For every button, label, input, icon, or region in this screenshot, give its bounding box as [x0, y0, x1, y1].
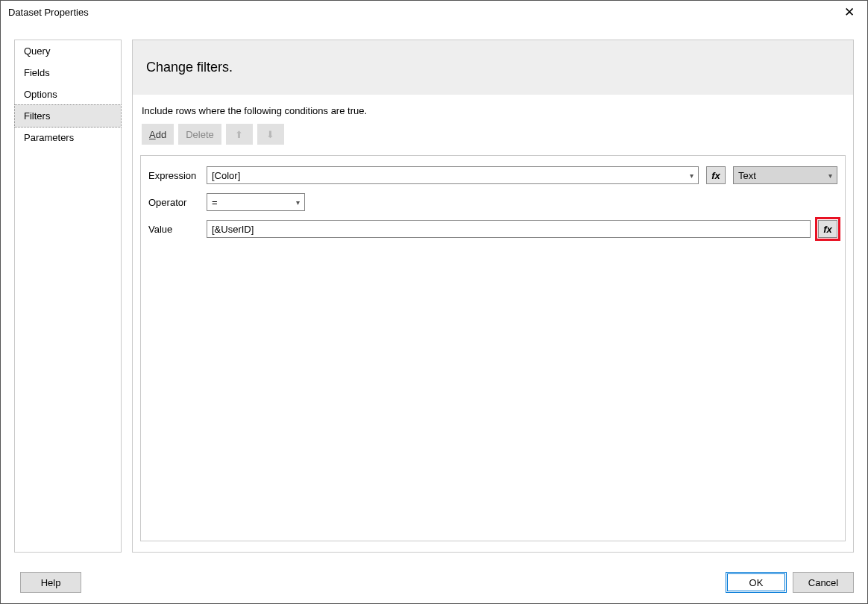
chevron-down-icon: ▾: [296, 198, 300, 207]
expression-value: [Color]: [212, 170, 240, 181]
value-text: [&UserID]: [212, 224, 254, 235]
expression-row: Expression [Color] ▾ fx Text ▾: [148, 166, 837, 184]
arrow-down-icon: ⬇: [266, 129, 274, 140]
operator-row: Operator = ▾: [148, 193, 837, 211]
operator-value: =: [212, 197, 218, 208]
main-area: Change filters. Include rows where the f…: [132, 40, 854, 553]
expression-fx-button[interactable]: fx: [706, 166, 726, 184]
sidebar-item-parameters[interactable]: Parameters: [15, 127, 121, 148]
operator-combo[interactable]: = ▾: [207, 193, 305, 211]
arrow-up-icon: ⬆: [235, 129, 243, 140]
operator-label: Operator: [148, 197, 199, 208]
toolbar: Add Delete ⬆ ⬇: [140, 124, 846, 145]
dialog-body: Query Fields Options Filters Parameters …: [1, 25, 867, 559]
sidebar-item-label: Fields: [24, 67, 50, 78]
instruction-text: Include rows where the following conditi…: [140, 105, 846, 124]
sidebar-item-fields[interactable]: Fields: [15, 62, 121, 84]
add-button[interactable]: Add: [142, 124, 174, 145]
sidebar-item-filters[interactable]: Filters: [14, 104, 122, 128]
expression-combo[interactable]: [Color] ▾: [207, 166, 699, 184]
titlebar: Dataset Properties ✕: [1, 1, 867, 25]
fx-icon: fx: [823, 224, 832, 235]
sidebar-item-query[interactable]: Query: [15, 40, 121, 62]
type-combo[interactable]: Text ▾: [733, 166, 837, 184]
expression-label: Expression: [148, 170, 199, 181]
sidebar: Query Fields Options Filters Parameters: [14, 40, 122, 553]
value-input[interactable]: [&UserID]: [207, 220, 811, 238]
fx-icon: fx: [711, 170, 720, 181]
chevron-down-icon: ▾: [690, 172, 694, 180]
filter-panel: Expression [Color] ▾ fx Text ▾ Operator …: [140, 155, 846, 541]
window-title: Dataset Properties: [8, 7, 839, 18]
delete-button[interactable]: Delete: [178, 124, 221, 145]
sidebar-item-options[interactable]: Options: [15, 84, 121, 105]
value-row: Value [&UserID] fx: [148, 220, 837, 238]
cancel-button[interactable]: Cancel: [793, 572, 854, 593]
help-button[interactable]: Help: [20, 572, 81, 593]
sidebar-item-label: Filters: [24, 110, 50, 122]
sidebar-item-label: Query: [24, 45, 50, 57]
type-value: Text: [738, 170, 756, 181]
sidebar-item-label: Options: [24, 89, 57, 100]
sidebar-item-label: Parameters: [24, 132, 74, 143]
value-fx-button[interactable]: fx: [818, 220, 837, 238]
page-heading: Change filters.: [133, 40, 853, 95]
close-icon[interactable]: ✕: [839, 4, 860, 20]
footer: Help OK Cancel: [14, 572, 854, 593]
value-label: Value: [148, 224, 199, 235]
move-down-button[interactable]: ⬇: [257, 124, 284, 145]
move-up-button[interactable]: ⬆: [226, 124, 253, 145]
ok-button[interactable]: OK: [726, 572, 787, 593]
main-content: Include rows where the following conditi…: [133, 95, 853, 552]
chevron-down-icon: ▾: [828, 172, 832, 180]
